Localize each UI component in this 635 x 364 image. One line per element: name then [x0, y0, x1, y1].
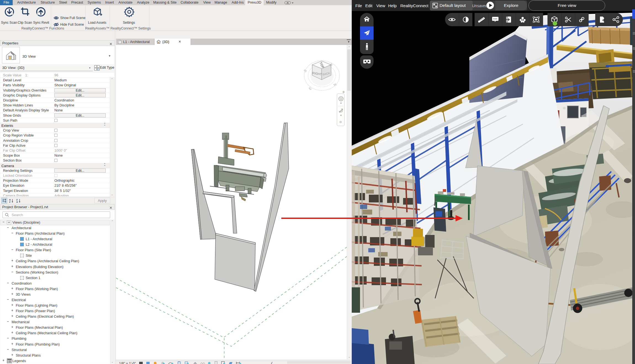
svg-text:Z: Z [9, 201, 10, 203]
svg-text:A: A [16, 201, 18, 203]
svg-text:N: N [333, 82, 337, 87]
svg-text:S: S [303, 68, 308, 73]
svg-text:E: E [308, 86, 313, 91]
